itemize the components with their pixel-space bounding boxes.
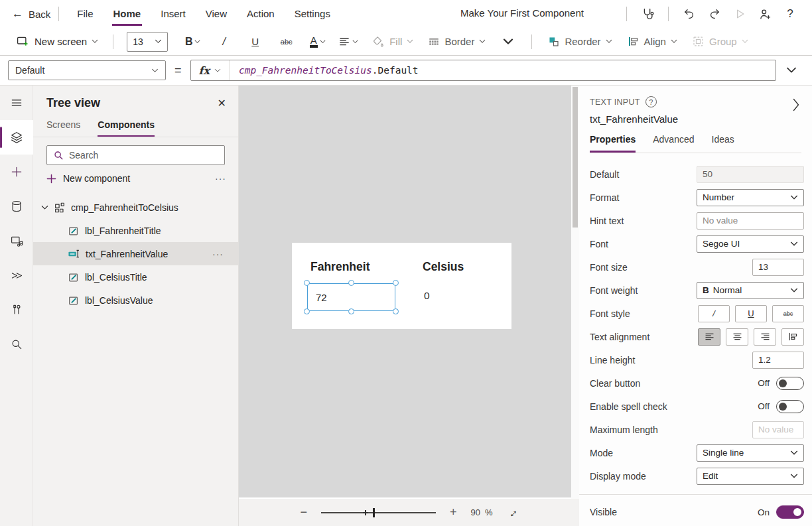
rail-search-button[interactable] [0, 327, 33, 362]
visible-toggle[interactable] [776, 505, 804, 519]
reorder-button[interactable]: Reorder [547, 35, 612, 48]
celsius-value-label[interactable]: 0 [424, 290, 430, 302]
tab-properties[interactable]: Properties [590, 134, 636, 153]
rail-power-automate-button[interactable] [0, 258, 33, 293]
more-formatting-button[interactable] [502, 38, 514, 46]
menu-insert[interactable]: Insert [159, 2, 187, 26]
underline-toggle-button[interactable]: U [735, 305, 767, 322]
rail-media-button[interactable] [0, 224, 33, 258]
resize-handle-top-right[interactable] [393, 280, 399, 286]
chevron-down-bold-icon [502, 38, 514, 46]
tab-ideas[interactable]: Ideas [712, 134, 734, 153]
align-button[interactable]: Align [627, 35, 677, 48]
resize-handle-bottom-left[interactable] [304, 308, 310, 314]
undo-button[interactable] [677, 0, 702, 28]
more-options-icon[interactable]: ··· [212, 249, 224, 259]
zoom-slider[interactable] [321, 508, 436, 517]
underline-button[interactable]: U [239, 28, 271, 56]
italic-toggle-button[interactable]: / [698, 305, 730, 322]
maximum-length-input[interactable] [752, 421, 804, 438]
italic-button[interactable]: / [208, 28, 239, 56]
tree-item-label-fahrenheit-title[interactable]: lbl_FahrenheitTitle [33, 219, 238, 242]
align-center-button[interactable] [726, 328, 748, 346]
tree-item-label-celsius-title[interactable]: lbl_CelsiusTitle [33, 265, 238, 289]
share-button[interactable] [752, 0, 778, 28]
font-size-combobox[interactable]: 13 [127, 32, 168, 52]
hint-text-input[interactable] [697, 212, 804, 230]
scrollbar-thumb[interactable] [573, 87, 578, 228]
fit-to-window-button[interactable]: ↔ [504, 503, 521, 521]
more-options-icon[interactable]: ··· [215, 173, 226, 184]
formula-text[interactable]: cmp_FahrenheitToCelsius.Default [239, 65, 419, 76]
fahrenheit-text-input[interactable]: 72 [307, 283, 395, 311]
zoom-out-button[interactable]: − [300, 505, 307, 519]
rail-menu-button[interactable] [0, 86, 33, 120]
fill-button[interactable]: Fill [372, 35, 413, 48]
display-mode-dropdown[interactable]: Edit [697, 468, 804, 485]
resize-handle-bottom-center[interactable] [348, 308, 354, 314]
border-button[interactable]: Border [428, 36, 486, 48]
back-button[interactable]: ← Back [0, 7, 50, 21]
font-dropdown[interactable]: Segoe UI [697, 235, 804, 253]
chevron-down-icon [155, 39, 162, 44]
celsius-title-label[interactable]: Celsius [423, 260, 464, 274]
strikethrough-toggle-button[interactable]: abc [772, 305, 804, 322]
align-right-button[interactable] [754, 328, 776, 346]
menu-view[interactable]: View [204, 2, 228, 26]
tree-item-component-root[interactable]: cmp_FahrenheitToCelsius [33, 196, 238, 219]
tree-item-text-input-fahrenheit-value[interactable]: txt_FahrenheitValue ··· [33, 242, 238, 265]
zoom-slider-thumb[interactable] [373, 508, 375, 517]
clear-button-toggle[interactable] [776, 377, 804, 390]
close-panel-button[interactable]: ✕ [218, 97, 226, 109]
font-color-button[interactable]: A [302, 28, 333, 56]
rail-advanced-tools-button[interactable] [0, 293, 33, 327]
fx-dropdown[interactable]: fx [191, 60, 230, 80]
font-weight-dropdown[interactable]: BNormal [697, 282, 804, 299]
menu-home[interactable]: Home [112, 2, 143, 26]
design-canvas[interactable]: Fahrenheit Celsius 0 72 [239, 86, 579, 499]
component-canvas-card[interactable]: Fahrenheit Celsius 0 72 [292, 243, 511, 329]
redo-button[interactable] [702, 0, 727, 28]
zoom-in-button[interactable]: + [450, 505, 457, 519]
help-circle-icon[interactable]: ? [645, 96, 657, 107]
formula-input-field[interactable]: fx cmp_FahrenheitToCelsius.Default [190, 60, 776, 81]
new-component-button[interactable]: New component ··· [33, 166, 238, 190]
tab-screens[interactable]: Screens [46, 119, 80, 137]
rail-insert-button[interactable] [0, 155, 33, 189]
fahrenheit-title-label[interactable]: Fahrenheit [310, 260, 370, 274]
tab-components[interactable]: Components [98, 119, 155, 137]
align-left-button[interactable] [698, 328, 720, 346]
menu-file[interactable]: File [76, 2, 94, 26]
format-dropdown[interactable]: Number [697, 189, 804, 206]
search-input[interactable] [69, 150, 224, 161]
new-screen-button[interactable]: New screen [16, 34, 98, 48]
tab-advanced[interactable]: Advanced [653, 134, 694, 153]
help-button[interactable]: ? [778, 0, 803, 28]
mode-dropdown[interactable]: Single line [697, 444, 804, 462]
app-checker-button[interactable] [635, 0, 660, 28]
align-justify-button[interactable] [781, 328, 804, 346]
preview-play-button[interactable] [727, 0, 752, 28]
rail-tree-view-button[interactable] [0, 120, 33, 155]
expand-formula-bar-button[interactable] [785, 66, 797, 74]
toggle-knob [779, 403, 787, 411]
group-button[interactable]: Group [692, 35, 748, 48]
resize-handle-top-center[interactable] [348, 280, 354, 286]
spell-check-toggle[interactable] [776, 400, 804, 413]
rail-data-button[interactable] [0, 189, 33, 224]
strikethrough-button[interactable]: abc [271, 28, 302, 56]
menu-settings[interactable]: Settings [293, 2, 332, 26]
line-height-input[interactable] [752, 352, 804, 369]
resize-handle-bottom-right[interactable] [393, 308, 399, 314]
tree-item-label-celsius-value[interactable]: lbl_CelsiusValue [33, 289, 238, 312]
default-value-input[interactable] [697, 166, 804, 183]
property-selector-dropdown[interactable]: Default [8, 60, 166, 80]
font-size-input[interactable] [752, 259, 804, 276]
collapse-panel-button[interactable] [792, 98, 800, 112]
text-align-button[interactable] [333, 28, 364, 56]
tree-search-box[interactable] [46, 145, 225, 165]
resize-handle-top-left[interactable] [304, 280, 310, 286]
bold-button[interactable]: B [177, 28, 208, 56]
canvas-vertical-scrollbar[interactable] [571, 86, 579, 499]
menu-action[interactable]: Action [245, 2, 276, 26]
